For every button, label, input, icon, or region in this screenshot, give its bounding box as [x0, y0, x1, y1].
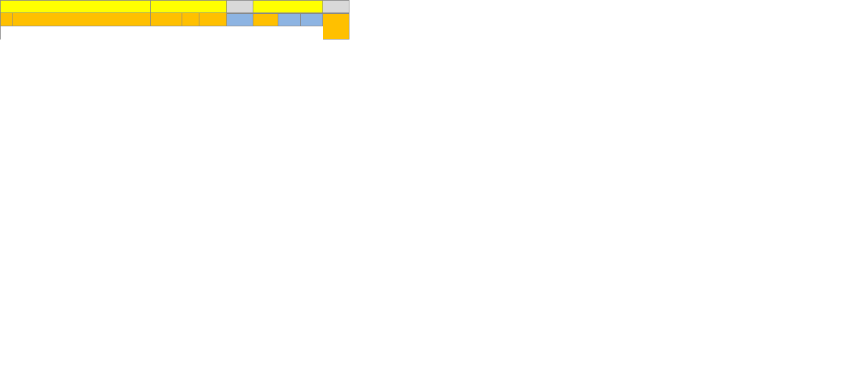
timeline-label — [253, 0, 323, 13]
col-status — [323, 13, 349, 39]
col-plan-sub — [301, 13, 323, 26]
view-start-date[interactable] — [227, 0, 253, 13]
col-act-sub — [278, 13, 301, 26]
col-finish-sub — [227, 13, 253, 26]
view-start-label[interactable] — [151, 0, 227, 13]
col-effort-sub — [253, 13, 278, 26]
timeline-unit[interactable] — [323, 0, 349, 13]
gantt-tracker — [0, 0, 868, 39]
project-title — [1, 0, 151, 13]
